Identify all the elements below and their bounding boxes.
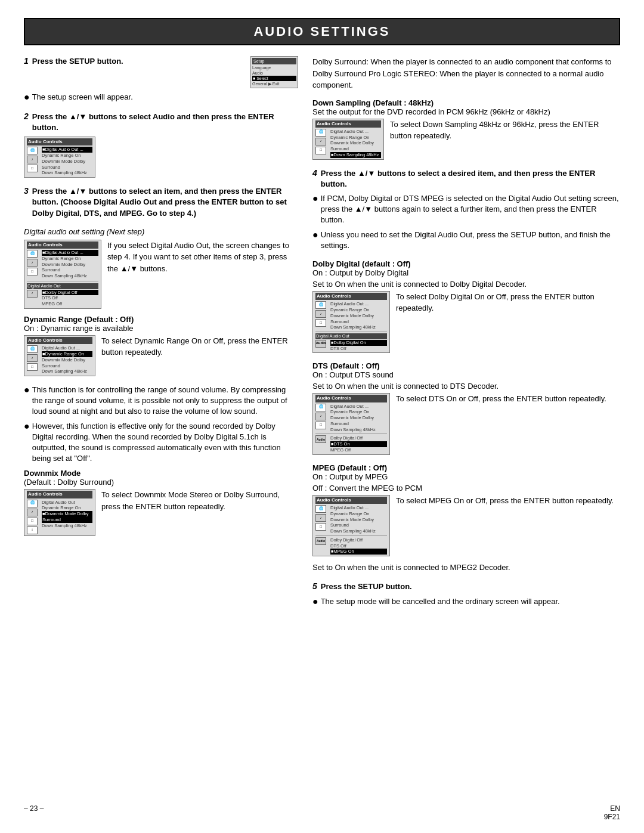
- dts-side-text: To select DTS On or Off, press the ENTER…: [396, 393, 620, 405]
- mpeg-screen: Audio Controls 🌐 ♪ □ Digital Audio Out .…: [312, 495, 390, 556]
- dts-default: (Default : Off): [330, 361, 380, 370]
- step-4-bold: Press the ▲/▼ buttons to select a desire…: [321, 169, 596, 188]
- step-2-screen-wrapper: Audio Controls 🌐 ♪ □ ■Digital Audio Out …: [24, 137, 298, 178]
- da-row1: ■Digital Audio Out ...: [42, 250, 98, 256]
- ds-screen-body: 🌐 ♪ □ Digital Audio Out ... Dynamic Rang…: [315, 129, 381, 158]
- da-screen-body-bottom: ♪ ■Dolby Digital Off DTS Off MPEG Off: [27, 290, 98, 307]
- dts-on-desc: On : Output DTS sound: [312, 370, 620, 379]
- dolby-surround-desc: Dolby Surround: When the player is conne…: [312, 56, 620, 91]
- step-5-num: 5: [312, 581, 317, 591]
- dts-block: DTS (Default : Off) On : Output DTS soun…: [312, 361, 620, 454]
- mpeg-screen-container: Audio Controls 🌐 ♪ □ Digital Audio Out .…: [312, 495, 390, 556]
- step2-icon-lang: 🌐: [27, 147, 38, 154]
- dr-row1: Digital Audio Out ...: [42, 345, 92, 351]
- dts-icons-bottom: Audio: [315, 435, 329, 453]
- downmix-block: Downmix Mode (Default : Dolby Surround) …: [24, 469, 298, 535]
- dd-screen-body-bottom: Audio ■Dolby Digital On DTS Off: [315, 340, 387, 352]
- da-screen-content-bottom: ■Dolby Digital Off DTS Off MPEG Off: [42, 290, 98, 307]
- dts-title: DTS (Default : Off): [312, 361, 380, 370]
- ds-row2: Dynamic Range On: [330, 135, 381, 141]
- dr-row3: Downmix Mode Dolby Surround: [42, 357, 92, 369]
- dts-screen-body-bottom: Audio Dolby Digital Off ■DTS On MPEG Off: [315, 435, 387, 453]
- dm-row2: Dynamic Range On: [42, 505, 92, 511]
- step-3-text: Press the ▲/▼ buttons to select an item,…: [32, 186, 298, 219]
- step-2-num: 2: [24, 112, 29, 121]
- however-bullet: ● However, this function is effective on…: [24, 421, 298, 465]
- dd-row1: Digital Audio Out ...: [330, 301, 387, 307]
- dr-screen-content: Digital Audio Out ... ■Dynamic Range On …: [42, 345, 92, 374]
- setup-screen-row2: Audio: [252, 70, 296, 76]
- dm-screen-title: Audio Controls: [27, 491, 92, 498]
- dd-screen-content-top: Digital Audio Out ... Dynamic Range On D…: [330, 301, 387, 330]
- dd-screen-title: Audio Controls: [315, 293, 387, 300]
- dm-icons: 🌐 ♪ □ ↕: [27, 500, 40, 534]
- dolby-digital-desc: Set to On when the unit is connected to …: [312, 280, 620, 289]
- ds-row4: ■Down Sampling 48kHz: [330, 152, 381, 158]
- however-bullet-text: However, this function is effective only…: [32, 421, 298, 465]
- setup-screen-icon: Setup Language Audio ■ Select General ▶ …: [250, 56, 298, 88]
- dynamic-range-on-desc: On : Dynamic range is available: [24, 324, 298, 333]
- da-sub-title: Digital Audio Out: [27, 283, 98, 289]
- dts-screen-title: Audio Controls: [315, 395, 387, 402]
- step-3-block: 3 Press the ▲/▼ buttons to select an ite…: [24, 186, 298, 219]
- setup-bullet-text: Unless you need to set the Digital Audio…: [321, 230, 620, 251]
- downmix-screen-row: Audio Controls 🌐 ♪ □ ↕ Digital Audio Out: [24, 489, 298, 535]
- dts-title-row: DTS (Default : Off): [312, 361, 620, 370]
- step2-screen-title: Audio Controls: [27, 138, 92, 145]
- dynamic-range-side-text: To select Dynamic Range On or Off, press…: [101, 335, 298, 358]
- mpeg-row3: Downmix Mode Dolby Surround: [330, 517, 387, 529]
- setup-screen-title: Setup: [252, 58, 296, 64]
- dolby-digital-title-row: Dolby Digital (default : Off): [312, 259, 620, 268]
- dd-sub-title: Digital Audio Out: [315, 333, 387, 339]
- dts-screen-body-top: 🌐 ♪ □ Digital Audio Out ... Dynamic Rang…: [315, 404, 387, 433]
- dr-icon-audio: ♪: [27, 354, 38, 362]
- dynamic-range-title: Dynamic Range (Default : Off): [24, 315, 134, 324]
- step-3-header: 3 Press the ▲/▼ buttons to select an ite…: [24, 186, 298, 219]
- step2-screen-content: ■Digital Audio Out ... Dynamic Range On …: [42, 147, 92, 176]
- mpeg-default: (Default : Off): [338, 463, 387, 472]
- dd-icon-audio2: Audio: [315, 340, 326, 348]
- mpeg-screen-body-bottom: Audio Dolby Digital Off DTS Off ■MPEG On: [315, 537, 387, 555]
- da-icon-audio: ♪: [27, 259, 38, 267]
- mpeg-title-row: MPEG (Default : Off): [312, 463, 620, 472]
- step-4-text: Press the ▲/▼ buttons to select a desire…: [321, 168, 620, 190]
- step-1-block: 1 Press the SETUP button. Setup Language…: [24, 56, 298, 103]
- dd-row6: DTS Off: [330, 346, 387, 352]
- setup-bullet: ● Unless you need to set the Digital Aud…: [312, 230, 620, 251]
- dd-divider: [315, 332, 387, 332]
- dts-icons-top: 🌐 ♪ □: [315, 404, 329, 433]
- dts-row5: Dolby Digital Off: [330, 435, 387, 441]
- ds-screen-content: Digital Audio Out ... Dynamic Range On D…: [330, 129, 381, 158]
- mpeg-title: MPEG (Default : Off): [312, 463, 387, 472]
- mpeg-row7: ■MPEG On: [330, 549, 387, 555]
- da-row4: Down Sampling 48kHz: [42, 273, 98, 279]
- mpeg-on-desc: On : Output by MPEG: [312, 472, 620, 481]
- mpeg-screen-row: Audio Controls 🌐 ♪ □ Digital Audio Out .…: [312, 495, 620, 556]
- mpeg-screen-body-top: 🌐 ♪ □ Digital Audio Out ... Dynamic Rang…: [315, 505, 387, 534]
- dts-screen-content-top: Digital Audio Out ... Dynamic Range On D…: [330, 404, 387, 433]
- mpeg-row6: DTS Off: [330, 543, 387, 549]
- setup-screen-row1: Language: [252, 65, 296, 70]
- dts-icon-audio2: Audio: [315, 435, 326, 443]
- da-icon-audio2: ♪: [27, 290, 38, 298]
- dolby-digital-screen-row: Audio Controls 🌐 ♪ □ Digital Audio Out .…: [312, 291, 620, 353]
- dynamic-range-default: (Default : Off): [84, 315, 134, 324]
- left-column: 1 Press the SETUP button. Setup Language…: [24, 56, 298, 615]
- da-row7: MPEG Off: [42, 301, 98, 307]
- dm-row4: Down Sampling 48kHz: [42, 523, 92, 529]
- dts-screen: Audio Controls 🌐 ♪ □ Digital Audio Out .…: [312, 393, 390, 454]
- step-1-header: 1 Press the SETUP button. Setup Language…: [24, 56, 298, 88]
- digital-audio-screen-row: Audio Controls 🌐 ♪ □ ■Digital Audio Out …: [24, 240, 298, 309]
- mpeg-screen-content-bottom: Dolby Digital Off DTS Off ■MPEG On: [330, 537, 387, 555]
- down-sampling-desc: Set the output for the DVD recorded in P…: [312, 107, 620, 116]
- dm-row3: ■Downmix Mode Dolby Surround: [42, 511, 92, 523]
- mpeg-icons-top: 🌐 ♪ □: [315, 505, 329, 534]
- step-2-text: Press the ▲/▼ buttons to select Audio an…: [32, 112, 298, 133]
- mpeg-row4: Down Sampling 48kHz: [330, 528, 387, 534]
- da-icons-bottom: ♪: [27, 290, 40, 307]
- pcm-bullet-text: If PCM, Dolby Digital or DTS MPEG is sel…: [321, 193, 620, 226]
- da-icon-disp: □: [27, 268, 38, 275]
- ds-icon-disp: □: [315, 147, 326, 154]
- mpeg-desc: Set to On when the unit is connected to …: [312, 562, 620, 573]
- ds-row1: Digital Audio Out ...: [330, 129, 381, 135]
